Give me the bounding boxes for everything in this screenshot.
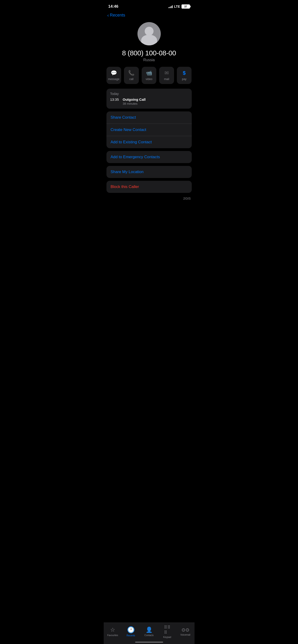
mail-label: mail [164,78,169,81]
pay-icon: $ [183,70,186,76]
contact-region: Russia [104,58,195,67]
signal-bars [169,5,173,8]
status-time: 14:46 [108,4,118,9]
message-button[interactable]: 💬 message [106,67,121,84]
action-buttons-row: 💬 message 📞 call 📹 video ✉ mail $ pay [104,67,195,89]
main-content: 8 (800) 100-08-00 Russia 💬 message 📞 cal… [104,20,195,244]
phone-number: 8 (800) 100-08-00 [104,49,195,58]
create-contact-option[interactable]: Create New Contact [106,124,192,136]
battery-indicator: 37 [182,4,190,8]
status-bar: 14:46 LTE 37 [104,0,195,12]
lte-label: LTE [174,5,180,8]
call-label: call [129,78,133,81]
pay-label: pay [182,78,186,81]
call-icon: 📞 [128,70,134,76]
battery-level: 37 [184,5,187,8]
status-right: LTE 37 [169,4,190,8]
call-date: Today [110,92,188,96]
video-icon: 📹 [146,70,152,76]
call-time: 13:35 [110,98,120,102]
message-icon: 💬 [111,70,117,76]
call-duration: 38 minutes [123,102,146,106]
battery-cap [190,6,191,8]
share-contact-option[interactable]: Share Contact [106,112,192,124]
video-button[interactable]: 📹 video [142,67,157,84]
avatar-head [145,27,154,36]
add-existing-option[interactable]: Add to Existing Contact [106,136,192,148]
mail-icon: ✉ [165,70,169,76]
contact-options-card: Share Contact Create New Contact Add to … [106,112,192,148]
call-history-card: Today 13:35 Outgoing Call 38 minutes [106,89,192,109]
avatar-person-icon [141,26,157,45]
back-button[interactable]: ‹ Recents [104,12,195,20]
pay-button[interactable]: $ pay [177,67,192,84]
call-row: 13:35 Outgoing Call 38 minutes [110,98,188,106]
video-label: video [146,78,152,81]
avatar-section [104,20,195,49]
call-type: Outgoing Call [123,98,146,102]
emergency-contacts-card[interactable]: Add to Emergency Contacts [106,151,192,163]
call-details: Outgoing Call 38 minutes [123,98,146,106]
call-button[interactable]: 📞 call [124,67,139,84]
watermark: 2GIS [104,196,195,224]
mail-button[interactable]: ✉ mail [159,67,174,84]
chevron-left-icon: ‹ [107,12,109,18]
avatar-body [141,35,157,45]
avatar [137,22,161,45]
back-label: Recents [110,13,125,18]
share-location-card[interactable]: Share My Location [106,166,192,178]
message-label: message [108,78,119,81]
block-caller-card[interactable]: Block this Caller [106,181,192,193]
